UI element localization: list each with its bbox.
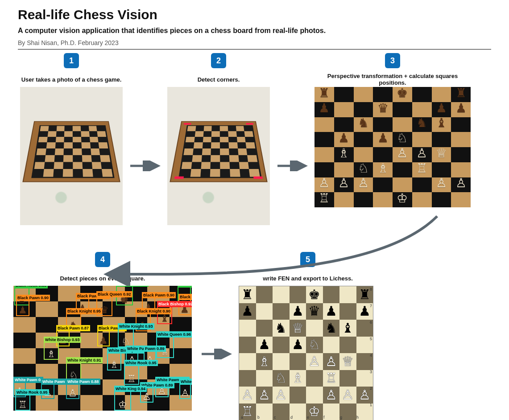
detection-label: White Pawn 0. <box>13 377 43 383</box>
detection-label: Black Pawn 0.90 <box>142 292 176 298</box>
divider <box>18 49 491 49</box>
file-coord: b <box>257 415 260 420</box>
step-badge-3: 3 <box>385 53 400 68</box>
rank-coord: 6 <box>370 320 372 325</box>
file-coord: h <box>356 415 359 420</box>
detection-label: White Rook 0.95 <box>15 389 49 395</box>
step-1: 1 User takes a photo of a chess game. <box>18 53 125 225</box>
file-coord: d <box>290 415 293 420</box>
detection-label: Black Rook 0.85 <box>14 286 48 288</box>
rank-coord: 7 <box>370 304 372 308</box>
detection-box: White King 0.94♔ <box>114 391 131 411</box>
detection-label: Black Pawn 0.90 <box>16 295 50 301</box>
detection-label: White Pawn 0.88 <box>66 379 100 385</box>
rank-coord: 2 <box>370 386 372 391</box>
file-coord: f <box>323 415 325 420</box>
rank-coord: 1 <box>370 403 372 407</box>
step-label-2: Detect corners. <box>196 72 242 87</box>
detection-label: Black Knight 0.95 <box>66 308 102 314</box>
step2-image <box>167 87 270 225</box>
detection-label: White King 0.94 <box>114 386 147 392</box>
rank-coord: 3 <box>370 370 372 374</box>
detection-label: White Queen 0.96 <box>156 331 192 338</box>
detection-box: Black Pawn 0.♟ <box>97 330 110 346</box>
rank-coord: 8 <box>370 287 372 292</box>
step-badge-2: 2 <box>211 53 226 68</box>
step-label-1: User takes a photo of a chess game. <box>20 72 124 87</box>
detection-label: Black King 0.91 <box>116 286 149 287</box>
detection-label: Black Knight 0.90 <box>136 308 172 314</box>
flow-row-1: 1 User takes a photo of a chess game. 2 … <box>18 53 491 225</box>
detection-box: Black Pawn 0.90♟ <box>16 300 29 316</box>
detection-label: Pawn 0.89 <box>144 346 166 352</box>
file-coord: e <box>307 415 309 420</box>
detection-box: White Bishop 0.93♗ <box>44 342 59 360</box>
step5-image: ♜♚♜8♟♟♛♟♟7♞♕♞♝6♟♟♘5♗♙♙♕4♘♗♖3♙♙♙♙♙♙2♖♔1ab… <box>239 286 377 420</box>
step4-image: Black Rook 0.85♜Black King 0.91♚Black Ro… <box>13 286 192 411</box>
file-coord: c <box>274 415 276 420</box>
page-subtitle: A computer vision application that ident… <box>18 27 491 35</box>
detection-label: Black Rook <box>178 286 192 288</box>
arrow-4-5 <box>201 349 232 359</box>
step-badge-1: 1 <box>64 53 79 68</box>
step-label-3: Perspective transformation + calculate s… <box>315 72 470 87</box>
detection-label: Black Pawn 0.87 <box>56 325 90 331</box>
detection-box: White Rook 0.95♖ <box>124 365 139 385</box>
detection-label: White Knight 0.93 <box>118 323 154 329</box>
step-2: 2 Detect corners. <box>165 53 272 225</box>
arrow-2-3 <box>277 161 308 171</box>
byline: By Shai Nisan, Ph.D. February 2023 <box>18 39 491 46</box>
detection-box: White Pawn 0.88♙ <box>66 384 79 399</box>
detection-box: White Rook 0.95♖ <box>15 395 30 411</box>
detection-label: White Rook 0.95 <box>124 360 158 366</box>
arrow-1-2 <box>129 161 161 171</box>
detection-box: White Bishop 0.92♗ <box>107 353 121 371</box>
detection-label: Black Bishop 0.92 <box>157 301 192 307</box>
step3-image: ♜♚♜♟♛♟♟♞♞♝♟♟♘♗♙♙♕♘♗♖♙♙♙♙♙♖♔ <box>315 87 471 207</box>
rank-coord: 4 <box>370 353 372 358</box>
detection-box: White Knight 0.93♘ <box>118 329 134 347</box>
detection-label: White Knight 0.91 <box>66 357 103 363</box>
step-3: 3 Perspective transformation + calculate… <box>312 53 473 207</box>
step1-image <box>20 87 123 225</box>
detection-label: Black Queen 0.92 <box>96 291 132 297</box>
detection-label: White Pawn <box>179 379 192 385</box>
page-title: Real-life Chess Vision <box>18 7 491 22</box>
rank-coord: 5 <box>370 337 372 341</box>
detection-label: Black Pawn <box>178 294 192 300</box>
file-coord: g <box>340 415 342 420</box>
file-coord: a <box>241 415 243 420</box>
detection-box: White Pawn♙ <box>179 384 191 399</box>
detection-label: White Bishop 0.93 <box>44 337 81 343</box>
